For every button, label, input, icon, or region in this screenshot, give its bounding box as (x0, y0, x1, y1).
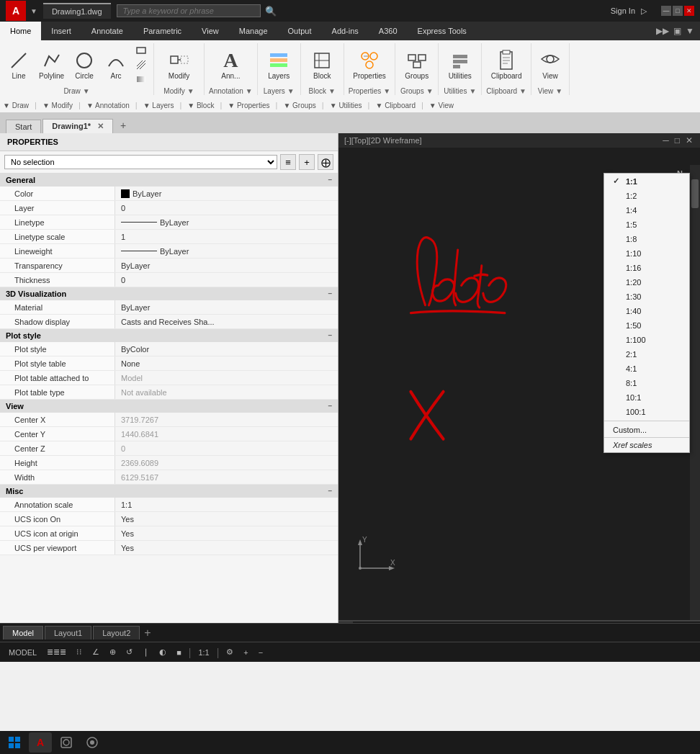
gradient-btn[interactable] (133, 73, 149, 86)
section-plot-header[interactable]: Plot style – (0, 329, 338, 342)
scale-item-1-1[interactable]: ✓ 1:1 (604, 174, 689, 189)
plot-collapse[interactable]: – (328, 331, 332, 340)
scale-item-10-1[interactable]: 10:1 (604, 390, 689, 405)
ribbon-icon-btn[interactable]: ▣ (673, 26, 681, 36)
tab-insert[interactable]: Insert (41, 22, 81, 40)
app-logo[interactable]: A (6, 1, 26, 21)
annotate-collapse-arrow[interactable]: ▼ (246, 87, 253, 95)
scale-item-1-50[interactable]: 1:50 (604, 318, 689, 333)
viewport-scrollbar[interactable] (690, 165, 700, 620)
tab-manage[interactable]: Manage (229, 22, 278, 40)
clipboard-btn[interactable]: Clipboard (488, 48, 525, 82)
doc-tab-start[interactable]: Start (6, 120, 41, 133)
tab-addins[interactable]: Add-ins (322, 22, 369, 40)
utilities-btn[interactable]: Utilities (446, 48, 475, 82)
scale-item-1-2[interactable]: 1:2 (604, 189, 689, 203)
draw-polyline-btn[interactable]: Polyline (36, 48, 67, 82)
layers-btn[interactable]: Layers (264, 48, 293, 82)
scale-item-1-20[interactable]: 1:20 (604, 275, 689, 290)
layout-add-btn[interactable]: + (141, 627, 153, 639)
scroll-thumb[interactable] (691, 179, 699, 208)
properties-ribbon-btn[interactable]: Properties (350, 48, 389, 82)
ribbon-overflow-btn[interactable]: ▶▶ (656, 26, 669, 36)
doc-tab-drawing[interactable]: Drawing1* ✕ (42, 119, 113, 133)
scale-item-1-40[interactable]: 1:40 (604, 304, 689, 318)
tab-express-tools[interactable]: Express Tools (408, 22, 477, 40)
tab-a360[interactable]: A360 (369, 22, 408, 40)
section-general-header[interactable]: General – (0, 174, 338, 187)
tab-output[interactable]: Output (278, 22, 322, 40)
properties-collapse-arrow[interactable]: ▼ (383, 87, 390, 95)
command-close-btn[interactable]: ✕ (338, 621, 353, 623)
draw-collapse-arrow[interactable]: ▼ (83, 87, 90, 95)
scale-item-1-10[interactable]: 1:10 (604, 246, 689, 261)
viewport-restore-btn[interactable]: □ (673, 135, 681, 145)
status-settings-btn[interactable]: ⚙ (223, 646, 236, 658)
layers-collapse-arrow[interactable]: ▼ (287, 87, 295, 95)
general-collapse[interactable]: – (328, 176, 332, 184)
tab-view[interactable]: View (192, 22, 229, 40)
groups-btn[interactable]: Groups (402, 48, 431, 82)
block-collapse-arrow[interactable]: ▼ (328, 87, 336, 95)
sign-in-btn[interactable]: Sign In (611, 6, 635, 15)
section-view-header[interactable]: View – (0, 400, 338, 413)
utilities-collapse-arrow[interactable]: ▼ (469, 87, 476, 95)
groups-collapse-arrow[interactable]: ▼ (426, 87, 434, 95)
view-collapse[interactable]: – (328, 402, 332, 410)
maximize-btn[interactable]: □ (673, 6, 683, 16)
taskbar-chrome-btn[interactable] (81, 732, 104, 753)
scale-item-1-4[interactable]: 1:4 (604, 203, 689, 217)
tab-parametric[interactable]: Parametric (133, 22, 192, 40)
modify-collapse-arrow[interactable]: ▼ (187, 87, 194, 95)
minimize-btn[interactable]: — (661, 6, 671, 16)
ribbon-down-btn[interactable]: ▼ (686, 26, 694, 36)
draw-arc-btn[interactable]: Arc (102, 48, 130, 82)
search-input[interactable] (117, 4, 261, 17)
view-btn[interactable]: View (536, 48, 565, 82)
tab-home[interactable]: Home (0, 22, 41, 40)
section-3d-header[interactable]: 3D Visualization – (0, 287, 338, 300)
taskbar-windows-btn[interactable] (3, 732, 26, 753)
taskbar-explorer-btn[interactable] (55, 732, 78, 753)
status-plus-btn[interactable]: + (241, 647, 251, 658)
add-selected-btn[interactable]: + (299, 154, 315, 170)
scale-item-1-8[interactable]: 1:8 (604, 232, 689, 246)
help-btn[interactable]: ▷ (641, 6, 647, 16)
status-grid-btn[interactable]: ≣≣≣ (44, 646, 69, 658)
block-btn[interactable]: Block (308, 48, 336, 82)
scale-item-4-1[interactable]: 4:1 (604, 362, 689, 376)
pickadd-btn[interactable]: ⨁ (318, 154, 333, 170)
misc-collapse[interactable]: – (328, 487, 332, 495)
close-btn[interactable]: ✕ (684, 6, 694, 16)
rectangle-btn[interactable] (133, 44, 149, 57)
viewport-canvas[interactable]: Y X N TOP W S WCS ▼ (338, 148, 700, 620)
scale-item-custom[interactable]: Custom... (604, 423, 689, 437)
quick-select-btn[interactable]: ≡ (280, 154, 296, 170)
scale-item-xref[interactable]: Xref scales (604, 437, 689, 452)
annotate-btn[interactable]: A Ann... (216, 48, 245, 82)
section-misc-header[interactable]: Misc – (0, 485, 338, 498)
status-scale[interactable]: 1:1 (195, 647, 212, 658)
draw-line-btn[interactable]: Line (4, 48, 33, 82)
scale-item-1-16[interactable]: 1:16 (604, 261, 689, 275)
status-ortho-btn[interactable]: ∠ (89, 646, 102, 658)
tab-annotate[interactable]: Annotate (81, 22, 133, 40)
status-snap-btn[interactable]: ⁝⁝ (73, 646, 85, 658)
modify-btn[interactable]: Modify (165, 48, 194, 82)
viewport-minimize-btn[interactable]: ─ (661, 135, 670, 145)
scale-item-8-1[interactable]: 8:1 (604, 376, 689, 390)
viewport-close-btn[interactable]: ✕ (684, 135, 694, 145)
scale-item-1-100[interactable]: 1:100 (604, 333, 689, 347)
status-sel-cycling-btn[interactable]: ■ (174, 647, 184, 658)
scale-item-1-5[interactable]: 1:5 (604, 217, 689, 232)
status-polar-btn[interactable]: ⊕ (107, 646, 119, 658)
status-model[interactable]: MODEL (6, 647, 40, 658)
hatch-btn[interactable] (133, 58, 149, 71)
view-collapse-arrow[interactable]: ▼ (555, 87, 562, 95)
doc-tab-close-icon[interactable]: ✕ (97, 122, 104, 130)
doc-tab-add-btn[interactable]: + (115, 117, 132, 133)
status-linewt-btn[interactable]: ❘ (140, 646, 152, 658)
layout-tab-layout1[interactable]: Layout1 (45, 626, 91, 639)
scale-item-100-1[interactable]: 100:1 (604, 405, 689, 419)
draw-circle-btn[interactable]: Circle (70, 48, 99, 82)
